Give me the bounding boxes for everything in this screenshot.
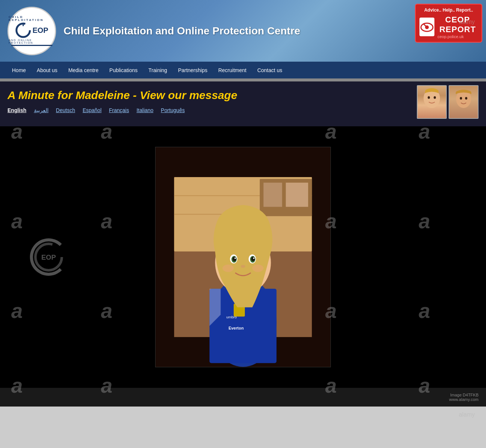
ceop-c-symbol	[15, 22, 31, 38]
lang-espanol[interactable]: Español	[83, 107, 102, 113]
site-header: CHILD EXPLOITATION EOP AND ONLINE PROTEC…	[0, 0, 486, 62]
svg-text:EOP: EOP	[41, 253, 56, 261]
language-bar: English العربية Deutsch Español Français…	[7, 107, 479, 113]
alamy-watermark-bottom: alamy	[459, 411, 475, 418]
main-content-area: EOP umbr	[0, 126, 486, 388]
ceop-report-button[interactable]: Advice.. Help.. Report.. CEOP REPORT ceo…	[415, 4, 482, 43]
lang-francais[interactable]: Français	[109, 107, 129, 113]
header-divider	[0, 78, 486, 81]
nav-home[interactable]: Home	[7, 64, 30, 76]
ceop-report-label: CEOP REPORT	[437, 15, 478, 34]
bottom-bar: Image D4TFKB www.alamy.com	[0, 388, 486, 407]
madeleine-photo-1	[417, 85, 447, 119]
madeleine-photos	[417, 85, 479, 119]
svg-line-4	[423, 24, 427, 27]
lang-portugues[interactable]: Português	[161, 107, 185, 113]
attribution: Image D4TFKB www.alamy.com	[449, 393, 479, 402]
nav-contact-us[interactable]: Contact us	[253, 64, 287, 76]
lang-italiano[interactable]: Italiano	[136, 107, 153, 113]
video-frame[interactable]: umbro Everton	[155, 147, 331, 367]
svg-point-33	[251, 257, 255, 261]
navigation-bar: Home About us Media centre Publications …	[0, 62, 486, 78]
banner-title: A Minute for Madeleine - View our messag…	[7, 89, 479, 102]
nav-publications[interactable]: Publications	[105, 64, 142, 76]
image-id: Image D4TFKB	[449, 393, 479, 397]
nav-media-centre[interactable]: Media centre	[64, 64, 103, 76]
nav-training[interactable]: Training	[144, 64, 172, 76]
svg-point-10	[465, 97, 467, 100]
ceop-video-logo: EOP	[30, 238, 67, 276]
svg-point-36	[241, 265, 245, 268]
nav-about-us[interactable]: About us	[32, 64, 62, 76]
ceop-logo-svg: CHILD EXPLOITATION EOP AND ONLINE PROTEC…	[9, 16, 55, 46]
svg-point-37	[222, 265, 234, 272]
alamy-url: www.alamy.com	[449, 397, 479, 402]
svg-rect-19	[264, 183, 282, 207]
report-icon	[419, 18, 434, 36]
svg-point-32	[233, 257, 236, 261]
svg-point-38	[252, 265, 264, 272]
lang-english[interactable]: English	[7, 107, 27, 113]
madeleine-photo-2	[449, 85, 479, 119]
svg-rect-20	[286, 183, 308, 207]
ceop-logo[interactable]: CHILD EXPLOITATION EOP AND ONLINE PROTEC…	[7, 7, 56, 55]
ceop-report-url: ceop.police.uk	[437, 34, 464, 39]
page-banner: A Minute for Madeleine - View our messag…	[0, 81, 486, 126]
svg-point-9	[460, 97, 462, 100]
svg-text:umbro: umbro	[226, 315, 237, 319]
nav-recruitment[interactable]: Recruitment	[214, 64, 251, 76]
svg-text:Everton: Everton	[228, 326, 244, 330]
lang-deutsch[interactable]: Deutsch	[56, 107, 75, 113]
svg-point-34	[234, 257, 236, 259]
svg-point-35	[253, 257, 255, 259]
lang-arabic[interactable]: العربية	[34, 107, 49, 113]
svg-point-6	[428, 96, 430, 99]
nav-partnerships[interactable]: Partnerships	[173, 64, 212, 76]
svg-point-7	[434, 96, 436, 99]
advice-text: Advice.. Help.. Report..	[424, 7, 473, 13]
